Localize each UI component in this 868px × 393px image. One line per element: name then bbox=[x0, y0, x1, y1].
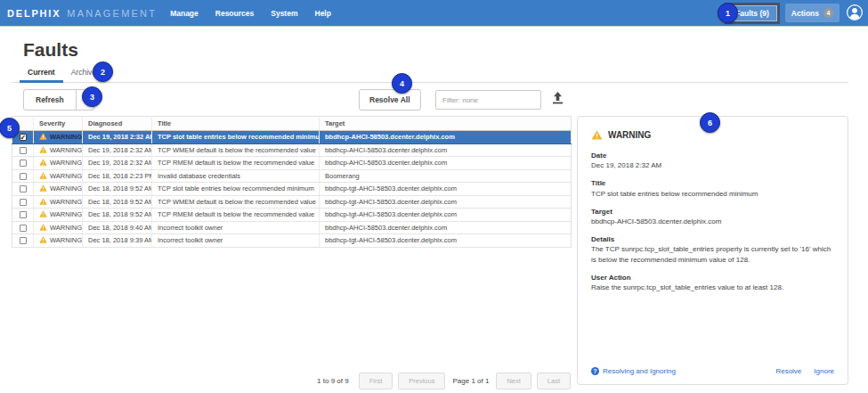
title-value: TCP slot table entries below recommended… bbox=[591, 189, 834, 199]
row-checkbox[interactable] bbox=[20, 185, 27, 192]
menu-item-resources[interactable]: Resources bbox=[215, 9, 254, 18]
severity-cell: WARNING bbox=[34, 157, 83, 170]
severity-cell: WARNING bbox=[34, 209, 83, 222]
table-row[interactable]: WARNINGDec 18, 2018 2:23 PMInvalid datab… bbox=[12, 169, 572, 183]
refresh-button[interactable]: Refresh bbox=[23, 89, 77, 111]
actions-button-label: Actions bbox=[791, 9, 819, 18]
row-checkbox[interactable]: ✓ bbox=[20, 134, 27, 141]
table-row[interactable]: WARNINGDec 18, 2018 9:52 AMTCP WMEM defa… bbox=[12, 195, 572, 209]
previous-page-button[interactable]: Previous bbox=[398, 373, 445, 389]
fault-date-section: Date Dec 19, 2018 2:32 AM bbox=[591, 151, 834, 170]
severity-cell: WARNING bbox=[34, 131, 83, 144]
row-checkbox[interactable] bbox=[20, 199, 27, 206]
checkbox-cell bbox=[12, 143, 34, 157]
menu-item-system[interactable]: System bbox=[271, 9, 297, 18]
user-action-value: Raise the sunrpc.tcp_slot_table_entries … bbox=[591, 282, 834, 292]
row-checkbox[interactable] bbox=[20, 160, 27, 167]
warning-icon bbox=[39, 224, 47, 231]
menu-item-manage[interactable]: Manage bbox=[170, 9, 199, 18]
target-cell: bbdhcp-AHCI-58503.dcenter.delphix.com bbox=[320, 143, 572, 157]
fault-user-action-section: User Action Raise the sunrpc.tcp_slot_ta… bbox=[591, 273, 834, 292]
warning-icon bbox=[39, 210, 47, 217]
table-row[interactable]: ✓WARNINGDec 19, 2018 2:32 AMTCP slot tab… bbox=[12, 131, 572, 144]
title-cell: TCP WMEM default is below the recommende… bbox=[152, 195, 320, 209]
column-header-target[interactable]: Target bbox=[320, 117, 572, 131]
last-page-button[interactable]: Last bbox=[537, 373, 571, 389]
resolving-and-ignoring-link[interactable]: ? Resolving and Ignoring bbox=[591, 367, 676, 375]
delphix-logo: DELPHIX MANAGEMENT bbox=[7, 8, 157, 19]
resolve-all-button[interactable]: Resolve All bbox=[359, 89, 421, 111]
upload-icon bbox=[551, 91, 564, 105]
fault-detail-panel: WARNING Date Dec 19, 2018 2:32 AM Title … bbox=[577, 116, 848, 385]
target-cell: bbdhcp-tgt-AHCI-58503.dcenter.delphix.co… bbox=[320, 209, 572, 222]
page-title: Faults bbox=[23, 39, 78, 61]
severity-cell: WARNING bbox=[34, 221, 83, 234]
table-row[interactable]: WARNINGDec 18, 2018 9:52 AMTCP RMEM defa… bbox=[12, 209, 572, 222]
menu-item-help[interactable]: Help bbox=[315, 9, 331, 18]
ignore-link[interactable]: Ignore bbox=[814, 367, 834, 375]
annotation-badge-5: 5 bbox=[0, 118, 20, 138]
target-cell: bbdhcp-tgt-AHCI-58503.dcenter.delphix.co… bbox=[320, 195, 572, 209]
column-header-severity[interactable]: Severity bbox=[34, 117, 83, 131]
checkbox-cell bbox=[12, 157, 34, 170]
severity-cell: WARNING bbox=[34, 195, 83, 209]
row-checkbox[interactable] bbox=[20, 211, 27, 218]
fault-severity-text: WARNING bbox=[608, 130, 651, 140]
table-row[interactable]: WARNINGDec 18, 2018 9:40 AMIncorrect too… bbox=[12, 221, 572, 234]
title-cell: Invalid database credentials bbox=[152, 169, 320, 183]
table-row[interactable]: WARNINGDec 18, 2018 9:39 AMIncorrect too… bbox=[12, 234, 572, 248]
tab-current[interactable]: Current bbox=[20, 63, 63, 83]
row-checkbox[interactable] bbox=[20, 147, 27, 154]
row-checkbox[interactable] bbox=[20, 237, 27, 244]
details-label: Details bbox=[591, 234, 834, 244]
warning-icon bbox=[591, 130, 603, 140]
first-page-button[interactable]: First bbox=[359, 373, 393, 389]
filter-input[interactable] bbox=[435, 90, 541, 110]
annotation-badge-4: 4 bbox=[392, 73, 412, 94]
table-row[interactable]: WARNINGDec 19, 2018 2:32 AMTCP WMEM defa… bbox=[12, 143, 572, 157]
row-checkbox[interactable] bbox=[20, 173, 27, 180]
panel-actions: Resolve Ignore bbox=[775, 367, 834, 375]
severity-cell: WARNING bbox=[34, 234, 83, 248]
warning-icon bbox=[39, 159, 47, 166]
diagnosed-cell: Dec 19, 2018 2:32 AM bbox=[83, 143, 152, 157]
warning-icon bbox=[39, 172, 47, 179]
user-icon bbox=[846, 4, 864, 21]
brand-primary: DELPHIX bbox=[7, 8, 61, 19]
column-header-diagnosed[interactable]: Diagnosed bbox=[83, 117, 152, 131]
warning-icon bbox=[39, 146, 47, 153]
annotation-badge-3: 3 bbox=[82, 86, 102, 107]
table-row[interactable]: WARNINGDec 19, 2018 2:32 AMTCP RMEM defa… bbox=[12, 157, 572, 170]
annotation-badge-6: 6 bbox=[700, 112, 720, 133]
diagnosed-cell: Dec 18, 2018 9:52 AM bbox=[83, 209, 152, 222]
title-cell: TCP slot table entries below recommended… bbox=[152, 183, 320, 196]
date-value: Dec 19, 2018 2:32 AM bbox=[591, 160, 834, 170]
pagination-bar: 1 to 9 of 9 First Previous Page 1 of 1 N… bbox=[12, 373, 571, 389]
resolve-link[interactable]: Resolve bbox=[775, 367, 801, 375]
severity-cell: WARNING bbox=[34, 183, 83, 196]
row-checkbox[interactable] bbox=[20, 225, 27, 232]
checkbox-cell bbox=[12, 234, 34, 248]
table-row[interactable]: WARNINGDec 18, 2018 9:52 AMTCP slot tabl… bbox=[12, 183, 572, 196]
title-cell: TCP slot table entries below recommended… bbox=[152, 131, 320, 144]
faults-table: Severity Diagnosed Title Target ✓WARNING… bbox=[12, 116, 572, 248]
next-page-button[interactable]: Next bbox=[496, 373, 531, 389]
table-header-row: Severity Diagnosed Title Target bbox=[12, 117, 572, 131]
export-button[interactable] bbox=[549, 91, 565, 107]
column-header-title[interactable]: Title bbox=[152, 117, 320, 131]
details-value: The TCP sunrpc.tcp_slot_table_entries pr… bbox=[591, 244, 834, 264]
diagnosed-cell: Dec 18, 2018 9:40 AM bbox=[83, 221, 152, 234]
actions-button[interactable]: Actions 4 bbox=[785, 4, 840, 22]
annotation-badge-2: 2 bbox=[93, 61, 113, 82]
user-profile-button[interactable] bbox=[845, 4, 864, 23]
target-cell: bbdhcp-tgt-AHCI-58503.dcenter.delphix.co… bbox=[320, 183, 572, 196]
pagination-page-indicator: Page 1 of 1 bbox=[452, 377, 489, 385]
target-cell: bbdhcp-AHCI-58503.dcenter.delphix.com bbox=[320, 131, 572, 144]
title-cell: TCP RMEM default is below the recommende… bbox=[152, 157, 320, 170]
user-action-label: User Action bbox=[591, 273, 834, 282]
topbar-right-group: Faults (9) Actions 4 bbox=[725, 3, 868, 24]
checkbox-cell bbox=[12, 169, 34, 183]
severity-cell: WARNING bbox=[34, 169, 83, 183]
title-cell: Incorrect toolkit owner bbox=[152, 221, 320, 234]
title-cell: Incorrect toolkit owner bbox=[152, 234, 320, 248]
